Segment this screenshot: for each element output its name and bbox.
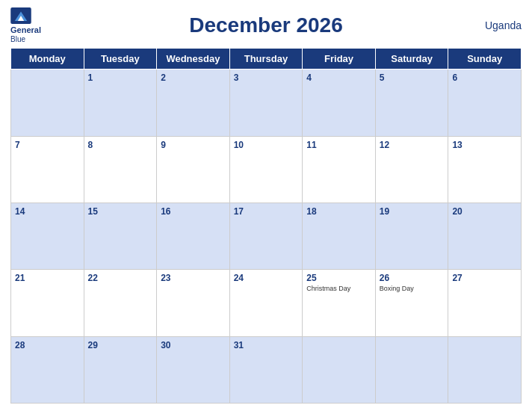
day-number: 18 (306, 206, 371, 217)
day-number: 17 (234, 206, 299, 217)
day-number: 16 (161, 206, 226, 217)
table-row: 24 (229, 270, 303, 336)
day-number: 19 (380, 206, 445, 217)
day-number: 30 (161, 340, 226, 350)
day-number: 23 (161, 273, 226, 283)
calendar-title-block: December 2026 (78, 13, 454, 37)
day-number: 29 (88, 340, 153, 350)
logo: General Blue (10, 7, 78, 43)
day-number: 1 (88, 72, 153, 83)
day-number: 11 (306, 140, 371, 150)
day-number: 9 (161, 140, 226, 150)
day-number: 25 (306, 273, 371, 283)
col-tuesday: Tuesday (84, 49, 157, 69)
day-number: 28 (15, 340, 80, 350)
table-row: 29 (84, 336, 157, 403)
logo-icon (10, 7, 31, 24)
table-row: 13 (448, 136, 522, 203)
table-row: 18 (303, 203, 376, 269)
day-number: 14 (15, 206, 80, 217)
day-number: 31 (234, 340, 299, 350)
calendar-table: Monday Tuesday Wednesday Thursday Friday… (10, 48, 522, 404)
table-row: 23 (157, 270, 230, 336)
table-row: 6 (448, 69, 522, 136)
table-row: 10 (229, 136, 303, 203)
table-row: 8 (84, 136, 157, 203)
day-number: 6 (452, 72, 517, 83)
table-row: 21 (11, 270, 84, 336)
day-number: 5 (380, 72, 445, 83)
logo-text-blue: Blue (10, 35, 25, 43)
day-number: 24 (234, 273, 299, 283)
day-number: 15 (88, 206, 153, 217)
table-row: 22 (84, 270, 157, 336)
day-number: 7 (15, 140, 80, 150)
table-row: 28 (11, 336, 84, 403)
table-row (375, 336, 448, 403)
table-row: 30 (157, 336, 230, 403)
holiday-label: Boxing Day (380, 285, 445, 292)
country-label: Uganda (454, 19, 522, 31)
day-number: 8 (88, 140, 153, 150)
day-number: 21 (15, 273, 80, 283)
day-number: 13 (452, 140, 517, 150)
table-row: 25Christmas Day (303, 270, 376, 336)
day-number: 2 (161, 72, 226, 83)
logo-text-general: General (10, 25, 41, 35)
calendar-header: General Blue December 2026 Uganda (10, 7, 522, 43)
table-row: 31 (229, 336, 303, 403)
table-row: 9 (157, 136, 230, 203)
table-row: 4 (303, 69, 376, 136)
table-row: 1 (84, 69, 157, 136)
table-row: 16 (157, 203, 230, 269)
day-number: 20 (452, 206, 517, 217)
calendar-title: December 2026 (78, 13, 454, 37)
day-number: 27 (452, 273, 517, 283)
table-row: 2 (157, 69, 230, 136)
holiday-label: Christmas Day (306, 285, 371, 292)
table-row (448, 336, 522, 403)
table-row: 27 (448, 270, 522, 336)
table-row (11, 69, 84, 136)
day-number: 12 (380, 140, 445, 150)
col-friday: Friday (303, 49, 376, 69)
table-row: 19 (375, 203, 448, 269)
col-monday: Monday (11, 49, 84, 69)
day-number: 10 (234, 140, 299, 150)
table-row: 26Boxing Day (375, 270, 448, 336)
col-thursday: Thursday (229, 49, 303, 69)
table-row: 11 (303, 136, 376, 203)
table-row: 17 (229, 203, 303, 269)
calendar-header-row: Monday Tuesday Wednesday Thursday Friday… (11, 49, 522, 69)
day-number: 4 (306, 72, 371, 83)
table-row: 7 (11, 136, 84, 203)
table-row: 15 (84, 203, 157, 269)
day-number: 3 (234, 72, 299, 83)
table-row: 14 (11, 203, 84, 269)
col-sunday: Sunday (448, 49, 522, 69)
day-number: 22 (88, 273, 153, 283)
day-number: 26 (380, 273, 445, 283)
calendar-body: 1234567891011121314151617181920212223242… (11, 69, 522, 404)
table-row: 20 (448, 203, 522, 269)
col-wednesday: Wednesday (157, 49, 230, 69)
table-row (303, 336, 376, 403)
table-row: 12 (375, 136, 448, 203)
table-row: 5 (375, 69, 448, 136)
col-saturday: Saturday (375, 49, 448, 69)
table-row: 3 (229, 69, 303, 136)
